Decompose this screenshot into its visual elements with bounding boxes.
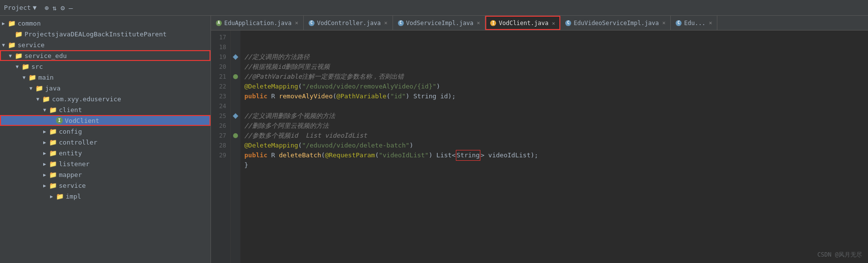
tree-label-client: client	[59, 106, 82, 114]
tree-label-service-edu: service_edu	[25, 52, 67, 59]
sidebar-item-src[interactable]: ▼📁src	[0, 61, 210, 72]
tab-close-tab-vod-ctrl[interactable]: ✕	[384, 20, 388, 26]
tree-label-controller: controller	[59, 139, 97, 146]
tree-label-vod-client: VodClient	[65, 117, 99, 124]
code-line-29	[244, 170, 864, 180]
tree-arrow-service2[interactable]: ▶	[43, 183, 49, 188]
sidebar: ▶📁common📁ProjectsjavaDEALogBackInstitute…	[0, 16, 211, 263]
sidebar-item-service[interactable]: ▼📁service	[0, 39, 210, 50]
tree-arrow-impl[interactable]: ▶	[50, 194, 56, 199]
globe-icon[interactable]: ⊕	[45, 4, 49, 12]
sidebar-item-client[interactable]: ▼📁client	[0, 104, 210, 115]
sidebar-item-projects-java[interactable]: 📁ProjectsjavaDEALogBackInstituteParent	[0, 29, 210, 39]
folder-icon-entity: 📁	[49, 149, 57, 157]
line-number-19: 19	[213, 52, 226, 62]
tree-arrow-main[interactable]: ▼	[23, 75, 28, 80]
tab-tab-edu2[interactable]: C Edu... ✕	[671, 16, 717, 30]
code-punct: ) String id);	[406, 91, 456, 101]
folder-icon-mapper: 📁	[49, 171, 57, 178]
tab-label-tab-vod-svc-impl: VodServiceImpl.java	[406, 20, 473, 27]
sidebar-item-service2[interactable]: ▶📁service	[0, 180, 210, 191]
tree-arrow-service-edu[interactable]: ▼	[9, 53, 15, 58]
tree-arrow-src[interactable]: ▼	[16, 64, 22, 69]
code-method: deleteBatch	[279, 150, 321, 160]
code-line-18: //根据视频id删除阿里云视频	[244, 62, 864, 72]
code-punct: )	[410, 141, 414, 150]
code-string: "id"	[390, 91, 405, 101]
line-number-25: 25	[213, 111, 226, 121]
line-number-23: 23	[213, 91, 226, 101]
tree-arrow-common[interactable]: ▶	[2, 21, 8, 26]
tab-tab-edu[interactable]: A EduApplication.java ✕	[211, 16, 304, 30]
code-punct: (	[298, 82, 302, 91]
code-punct: (	[321, 150, 325, 160]
top-bar-icons: ⊕ ⇅ ⚙ —	[45, 4, 73, 12]
gutter-marker-20	[231, 62, 240, 72]
tab-close-tab-edu-video-svc-impl[interactable]: ✕	[662, 20, 666, 26]
tab-tab-vod-ctrl[interactable]: C VodController.java ✕	[304, 16, 393, 30]
tree-label-mapper: mapper	[59, 171, 82, 178]
line-number-20: 20	[213, 62, 226, 72]
gutter-marker-28	[231, 141, 240, 150]
gutter	[231, 30, 240, 263]
tab-close-tab-vod-client[interactable]: ✕	[552, 20, 555, 27]
sidebar-item-common[interactable]: ▶📁common	[0, 18, 210, 29]
tree-label-impl: impl	[66, 193, 81, 200]
tree-arrow-mapper[interactable]: ▶	[43, 172, 49, 177]
tree-arrow-controller[interactable]: ▶	[43, 140, 49, 145]
sidebar-item-vod-client[interactable]: IVodClient	[0, 115, 210, 126]
tree-arrow-config[interactable]: ▶	[43, 129, 49, 134]
folder-icon-projects-java: 📁	[15, 30, 23, 38]
sidebar-item-com-xyy-eduservice[interactable]: ▼📁com.xyy.eduservice	[0, 93, 210, 104]
content-area: ▶📁common📁ProjectsjavaDEALogBackInstitute…	[0, 16, 868, 263]
tab-close-tab-edu2[interactable]: ✕	[709, 20, 712, 26]
minimize-icon[interactable]: —	[69, 4, 73, 12]
tab-tab-vod-client[interactable]: I VodClient.java ✕	[485, 16, 560, 30]
interface-icon-vod-client: I	[56, 117, 63, 124]
tree-label-entity: entity	[59, 149, 82, 157]
code-string: "/eduvod/video/delete-batch"	[302, 141, 409, 150]
code-editor[interactable]: 17181920212223242526272829 //定义调用的方法路径//…	[211, 30, 868, 263]
sidebar-item-impl[interactable]: ▶📁impl	[0, 191, 210, 202]
tree-arrow-listener[interactable]: ▶	[43, 161, 49, 167]
tree-arrow-service[interactable]: ▼	[2, 42, 8, 48]
gutter-marker-22	[231, 82, 240, 91]
project-text: Project	[4, 4, 31, 11]
sidebar-item-mapper[interactable]: ▶📁mapper	[0, 169, 210, 180]
sort-icon[interactable]: ⇅	[53, 4, 56, 12]
folder-icon-service: 📁	[8, 41, 16, 49]
settings-icon[interactable]: ⚙	[61, 4, 65, 12]
sidebar-item-service-edu[interactable]: ▼📁service_edu	[0, 50, 210, 61]
code-line-25: //参数多个视频id List videoIdList	[244, 131, 864, 141]
tab-icon-tab-edu2: C	[676, 20, 682, 26]
project-dropdown-icon[interactable]: ▼	[33, 4, 37, 11]
folder-icon-service2: 📁	[49, 182, 57, 189]
tree-arrow-com-xyy-eduservice[interactable]: ▼	[36, 96, 42, 102]
project-label[interactable]: Project ▼	[4, 4, 37, 11]
sidebar-item-java[interactable]: ▼📁java	[0, 83, 210, 93]
folder-icon-client: 📁	[49, 106, 57, 114]
tab-tab-vod-svc-impl[interactable]: C VodServiceImpl.java ✕	[393, 16, 486, 30]
sidebar-item-entity[interactable]: ▶📁entity	[0, 147, 210, 158]
code-comment: //定义调用的方法路径	[244, 52, 310, 62]
code-plain: R	[267, 150, 279, 160]
code-line-28: }	[244, 160, 864, 170]
folder-icon-com-xyy-eduservice: 📁	[42, 95, 50, 103]
line-number-26: 26	[213, 121, 226, 131]
tree-arrow-entity[interactable]: ▶	[43, 150, 49, 156]
tree-arrow-java[interactable]: ▼	[29, 86, 35, 91]
sidebar-item-main[interactable]: ▼📁main	[0, 72, 210, 83]
tab-close-tab-vod-svc-impl[interactable]: ✕	[477, 20, 480, 26]
gutter-marker-17	[231, 32, 240, 42]
tree-label-listener: listener	[59, 160, 90, 168]
sidebar-item-listener[interactable]: ▶📁listener	[0, 158, 210, 169]
tree-arrow-client[interactable]: ▼	[43, 107, 49, 113]
folder-icon-listener: 📁	[49, 160, 57, 168]
tab-close-tab-edu[interactable]: ✕	[295, 20, 298, 26]
line-number-29: 29	[213, 150, 226, 160]
tab-label-tab-edu-video-svc-impl: EduVideoServiceImpl.java	[574, 20, 658, 27]
sidebar-item-config[interactable]: ▶📁config	[0, 126, 210, 137]
sidebar-item-controller[interactable]: ▶📁controller	[0, 137, 210, 147]
tab-tab-edu-video-svc-impl[interactable]: C EduVideoServiceImpl.java ✕	[560, 16, 671, 30]
folder-icon-src: 📁	[22, 63, 29, 70]
